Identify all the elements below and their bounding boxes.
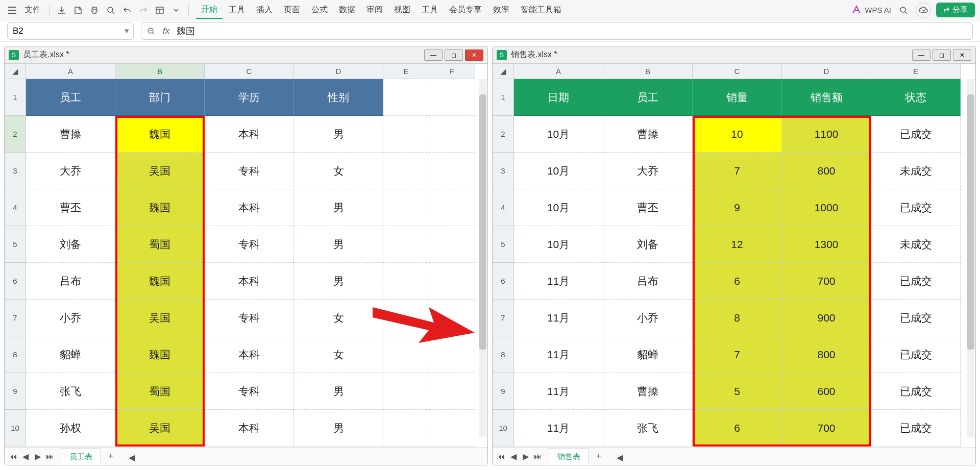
data-cell[interactable]: 10 <box>693 116 782 153</box>
redo-icon[interactable] <box>136 3 151 17</box>
search-icon[interactable] <box>896 3 911 17</box>
sheet-last-icon[interactable]: ⏭ <box>532 451 544 462</box>
empty-cell[interactable] <box>429 410 475 447</box>
row-header-5[interactable]: 5 <box>493 226 514 263</box>
col-header-A[interactable]: A <box>514 64 603 79</box>
data-cell[interactable]: 11月 <box>514 263 603 300</box>
formula-input-area[interactable]: fx 魏国 <box>141 22 973 40</box>
data-cell[interactable]: 魏国 <box>115 189 205 226</box>
col-header-A[interactable]: A <box>26 64 115 79</box>
close-button[interactable]: ✕ <box>953 50 971 61</box>
data-cell[interactable]: 貂蝉 <box>603 336 693 373</box>
data-cell[interactable]: 1100 <box>782 116 871 153</box>
tab-member[interactable]: 会员专享 <box>444 2 487 18</box>
empty-cell[interactable] <box>383 410 429 447</box>
data-cell[interactable]: 6 <box>693 263 782 300</box>
col-header-F[interactable]: F <box>429 64 475 79</box>
maximize-button[interactable]: ◻ <box>933 50 951 61</box>
col-header-B[interactable]: B <box>115 64 205 79</box>
empty-cell[interactable] <box>383 373 429 410</box>
row-header-10[interactable]: 10 <box>5 410 26 447</box>
vscroll-thumb[interactable] <box>967 94 974 350</box>
data-cell[interactable]: 本科 <box>205 410 294 447</box>
empty-cell[interactable] <box>383 263 429 300</box>
row-header-4[interactable]: 4 <box>5 189 26 226</box>
th-cell[interactable]: 学历 <box>205 79 294 116</box>
data-cell[interactable]: 男 <box>294 410 383 447</box>
data-cell[interactable]: 700 <box>782 410 871 447</box>
row-header-4[interactable]: 4 <box>493 189 514 226</box>
row-header-3[interactable]: 3 <box>493 153 514 189</box>
data-cell[interactable]: 大乔 <box>603 153 693 189</box>
sheet-first-icon[interactable]: ⏮ <box>496 451 507 462</box>
data-cell[interactable]: 小乔 <box>603 300 693 336</box>
hscroll-bar[interactable]: ◀ <box>616 453 972 460</box>
data-cell[interactable]: 吕布 <box>26 263 115 300</box>
zoom-out-icon[interactable] <box>146 27 156 36</box>
row-header-7[interactable]: 7 <box>5 300 26 336</box>
row-header-3[interactable]: 3 <box>5 153 26 189</box>
data-cell[interactable]: 800 <box>782 336 871 373</box>
minimize-button[interactable]: — <box>424 50 443 61</box>
tab-tools2[interactable]: 工具 <box>416 2 443 18</box>
data-cell[interactable]: 700 <box>782 263 871 300</box>
data-cell[interactable]: 900 <box>782 300 871 336</box>
dropdown-icon[interactable] <box>169 3 183 17</box>
data-cell[interactable]: 已成交 <box>871 410 961 447</box>
col-header-B[interactable]: B <box>603 64 693 79</box>
minimize-button[interactable]: — <box>912 50 930 61</box>
sheet-tab-active[interactable]: 员工表 <box>61 449 101 465</box>
data-cell[interactable]: 12 <box>693 226 782 263</box>
data-cell[interactable]: 男 <box>294 189 383 226</box>
data-cell[interactable]: 孙权 <box>26 410 115 447</box>
data-cell[interactable]: 7 <box>693 153 782 189</box>
th-cell[interactable]: 销售额 <box>782 79 871 116</box>
col-header-D[interactable]: D <box>782 64 871 79</box>
th-cell[interactable]: 员工 <box>603 79 693 116</box>
sheet-tab-active[interactable]: 销售表 <box>549 449 589 465</box>
tab-page[interactable]: 页面 <box>279 2 305 18</box>
layout-icon[interactable] <box>153 3 167 17</box>
data-cell[interactable]: 已成交 <box>871 263 961 300</box>
data-cell[interactable]: 貂蝉 <box>26 336 115 373</box>
data-cell[interactable]: 专科 <box>205 153 294 189</box>
data-cell[interactable]: 600 <box>782 373 871 410</box>
menu-icon[interactable] <box>5 3 19 17</box>
data-cell[interactable]: 10月 <box>514 226 603 263</box>
data-cell[interactable]: 6 <box>693 410 782 447</box>
vscroll-thumb[interactable] <box>479 94 486 350</box>
row-header-9[interactable]: 9 <box>493 373 514 410</box>
data-cell[interactable]: 女 <box>294 336 383 373</box>
data-cell[interactable]: 未成交 <box>871 153 961 189</box>
data-cell[interactable]: 本科 <box>205 336 294 373</box>
empty-cell[interactable] <box>429 79 475 116</box>
data-cell[interactable]: 8 <box>693 300 782 336</box>
select-all-corner[interactable]: ◢ <box>5 64 26 79</box>
data-cell[interactable]: 男 <box>294 263 383 300</box>
empty-cell[interactable] <box>429 336 475 373</box>
data-cell[interactable]: 已成交 <box>871 116 961 153</box>
chevron-down-icon[interactable]: ▾ <box>125 26 129 36</box>
th-cell[interactable]: 员工 <box>26 79 115 116</box>
data-cell[interactable]: 吕布 <box>603 263 693 300</box>
sheet-last-icon[interactable]: ⏭ <box>44 451 56 462</box>
data-cell[interactable]: 已成交 <box>871 300 961 336</box>
data-cell[interactable]: 魏国 <box>115 116 205 153</box>
data-cell[interactable]: 9 <box>693 189 782 226</box>
file-menu[interactable]: 文件 <box>21 2 44 18</box>
data-cell[interactable]: 曹操 <box>603 373 693 410</box>
data-cell[interactable]: 魏国 <box>115 336 205 373</box>
th-cell[interactable]: 日期 <box>514 79 603 116</box>
add-sheet-button[interactable]: + <box>104 450 117 463</box>
empty-cell[interactable] <box>383 226 429 263</box>
row-header-10[interactable]: 10 <box>493 410 514 447</box>
data-cell[interactable]: 本科 <box>205 116 294 153</box>
empty-cell[interactable] <box>429 226 475 263</box>
close-button[interactable]: ✕ <box>465 50 483 61</box>
data-cell[interactable]: 刘备 <box>26 226 115 263</box>
sheet-prev-icon[interactable]: ◀ <box>508 451 519 462</box>
data-cell[interactable]: 本科 <box>205 189 294 226</box>
row-header-8[interactable]: 8 <box>493 336 514 373</box>
row-header-2[interactable]: 2 <box>5 116 26 153</box>
data-cell[interactable]: 蜀国 <box>115 226 205 263</box>
